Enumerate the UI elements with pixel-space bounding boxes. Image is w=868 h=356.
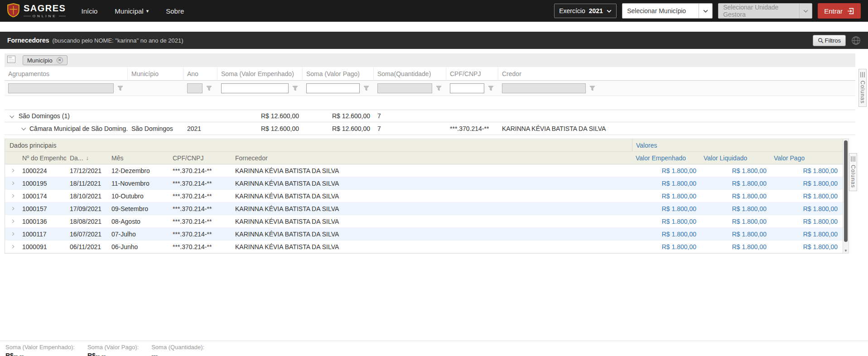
group-panel-toggle-icon[interactable]	[7, 56, 15, 65]
detail-row[interactable]: 1000224 17/12/2021 12-Dezembro ***.370.2…	[5, 164, 849, 177]
unit-row-camara-municipal[interactable]: Câmara Municipal de São Doming... São Do…	[5, 122, 855, 135]
globe-button[interactable]	[851, 36, 861, 45]
detail-header-cpf-cnpj[interactable]: CPF/CNPJ	[169, 154, 231, 162]
unit-cpf-cnpj: ***.370.214-**	[446, 125, 498, 132]
column-header-credor[interactable]: Credor	[498, 67, 855, 80]
top-navigation-bar: SAGRES ONLINE Início Municipal▾ Sobre Ex…	[0, 0, 868, 22]
valor-liquidado-cell: R$ 1.800,00	[700, 205, 770, 212]
sagres-logo[interactable]: SAGRES ONLINE	[7, 3, 66, 19]
valor-pago-filter-button[interactable]	[362, 85, 370, 92]
mes-cell: 08-Agosto	[108, 218, 169, 225]
fornecedor-cell: KARINNA KÉVIA BATISTA DA SILVA	[231, 243, 632, 250]
page-title: Fornecedores	[7, 37, 49, 44]
row-expand-button[interactable]	[5, 169, 19, 172]
row-expand-button[interactable]	[5, 182, 19, 185]
unit-ano: 2021	[183, 125, 217, 132]
group-chip-municipio[interactable]: Município ✕	[23, 55, 68, 65]
fornecedor-cell: KARINNA KÉVIA BATISTA DA SILVA	[231, 205, 632, 212]
exercicio-value: 2021	[589, 7, 603, 14]
detail-row[interactable]: 1000136 18/08/2021 08-Agosto ***.370.214…	[5, 215, 849, 228]
filter-valor-pago-input[interactable]	[306, 83, 360, 93]
detail-scrollbar[interactable]: ▼	[843, 139, 849, 253]
ano-filter-button[interactable]	[205, 85, 213, 92]
collapse-detail-icon[interactable]	[21, 126, 26, 130]
topbar-controls: Exercício 2021 Selecionar Município Sele…	[554, 3, 861, 19]
valor-liquidado-cell: R$ 1.800,00	[700, 180, 770, 187]
column-header-agrupamentos[interactable]: Agrupamentos	[5, 67, 128, 80]
column-header-cpf-cnpj[interactable]: CPF/CNPJ	[446, 67, 498, 80]
filter-cpf-cnpj-input[interactable]	[450, 83, 484, 93]
nav-sobre[interactable]: Sobre	[166, 7, 184, 15]
empenho-cell: 1000224	[19, 167, 66, 174]
detail-header-empenho[interactable]: Nº do Empenho	[19, 154, 66, 162]
valor-pago-cell: R$ 1.800,00	[770, 205, 849, 212]
detail-row[interactable]: 1000195 18/11/2021 11-Novembro ***.370.2…	[5, 177, 849, 190]
colunas-tab-detail[interactable]: Colunas	[849, 153, 857, 191]
detail-header-valor-liquidado[interactable]: Valor Liquidado	[700, 154, 770, 162]
column-header-soma-valor-empenhado[interactable]: Soma (Valor Empenhado)	[217, 67, 303, 80]
column-header-municipio[interactable]: Município	[128, 67, 183, 80]
filtros-button[interactable]: Filtros	[813, 35, 846, 46]
valor-liquidado-cell: R$ 1.800,00	[700, 192, 770, 200]
row-expand-button[interactable]	[5, 232, 19, 236]
detail-row[interactable]: 1000091 06/11/2021 06-Junho ***.370.214-…	[5, 241, 849, 253]
row-expand-button[interactable]	[5, 194, 19, 197]
detail-header-valor-empenhado[interactable]: Valor Empenhado	[632, 154, 700, 162]
fornecedor-cell: KARINNA KÉVIA BATISTA DA SILVA	[231, 180, 632, 187]
column-header-soma-quantidade[interactable]: Soma(Quantidade)	[374, 67, 446, 80]
detail-row[interactable]: 1000157 17/09/2021 09-Setembro ***.370.2…	[5, 202, 849, 215]
fornecedor-cell: KARINNA KÉVIA BATISTA DA SILVA	[231, 192, 632, 200]
detail-row[interactable]: 1000117 16/07/2021 07-Julho ***.370.214-…	[5, 228, 849, 241]
funnel-icon	[436, 86, 442, 91]
fornecedor-cell: KARINNA KÉVIA BATISTA DA SILVA	[231, 167, 632, 174]
valor-empenhado-cell: R$ 1.800,00	[632, 192, 700, 200]
detail-row[interactable]: 1000174 18/10/2021 10-Outubro ***.370.21…	[5, 190, 849, 202]
row-expand-button[interactable]	[5, 207, 19, 210]
row-expand-button[interactable]	[5, 220, 19, 223]
quantidade-filter-button[interactable]	[435, 85, 443, 92]
group-row-sao-domingos[interactable]: São Domingos (1) R$ 12.600,00 R$ 12.600,…	[5, 110, 855, 122]
group-soma-valor-empenhado: R$ 12.600,00	[217, 112, 303, 120]
valor-empenhado-cell: R$ 1.800,00	[632, 167, 700, 174]
column-header-ano[interactable]: Ano	[183, 67, 217, 80]
row-expand-button[interactable]	[5, 245, 19, 248]
scroll-down-icon[interactable]: ▼	[843, 249, 849, 253]
entrar-button[interactable]: Entrar	[818, 3, 861, 19]
funnel-icon	[488, 86, 494, 91]
funnel-icon	[292, 86, 298, 91]
detail-header-mes[interactable]: Mês	[108, 154, 169, 162]
cpf-cell: ***.370.214-**	[169, 231, 231, 238]
nav-inicio[interactable]: Início	[81, 7, 97, 15]
chevron-right-icon	[10, 207, 14, 210]
collapse-group-icon[interactable]	[10, 113, 14, 118]
cpf-cell: ***.370.214-**	[169, 192, 231, 200]
nav-municipal[interactable]: Municipal▾	[115, 7, 149, 15]
cpf-cnpj-filter-button[interactable]	[487, 85, 495, 92]
group-row-label: São Domingos (1)	[19, 112, 70, 120]
summary-footer: Soma (Valor Empenhado): R$--,-- Soma (Va…	[0, 341, 868, 356]
data-cell: 16/07/2021	[66, 231, 108, 238]
valor-empenhado-cell: R$ 1.800,00	[632, 218, 700, 225]
exercicio-select[interactable]: Exercício 2021	[554, 4, 617, 18]
detail-header-data[interactable]: Da... ↓	[66, 154, 108, 162]
credor-filter-button[interactable]	[588, 85, 596, 92]
detail-header-fornecedor[interactable]: Fornecedor	[231, 154, 632, 162]
detail-header-valor-pago[interactable]: Valor Pago	[770, 154, 849, 162]
agrupamentos-filter-button[interactable]	[116, 85, 124, 92]
scrollbar-thumb[interactable]	[844, 140, 848, 242]
cpf-cell: ***.370.214-**	[169, 205, 231, 212]
remove-group-icon[interactable]: ✕	[57, 57, 63, 63]
valor-empenhado-cell: R$ 1.800,00	[632, 231, 700, 238]
grid-filter-row	[5, 81, 855, 96]
empenho-cell: 1000117	[19, 231, 66, 238]
colunas-tab-outer[interactable]: Colunas	[858, 69, 867, 107]
valor-pago-cell: R$ 1.800,00	[770, 231, 849, 238]
filter-ano-input	[187, 83, 203, 93]
filter-valor-empenhado-input[interactable]	[221, 83, 289, 93]
valor-pago-cell: R$ 1.800,00	[770, 192, 849, 200]
valor-empenhado-filter-button[interactable]	[291, 85, 299, 92]
data-cell: 18/08/2021	[66, 218, 108, 225]
municipio-select[interactable]: Selecionar Município	[622, 3, 713, 19]
column-header-soma-valor-pago[interactable]: Soma (Valor Pago)	[303, 67, 374, 80]
chevron-right-icon	[10, 220, 14, 223]
